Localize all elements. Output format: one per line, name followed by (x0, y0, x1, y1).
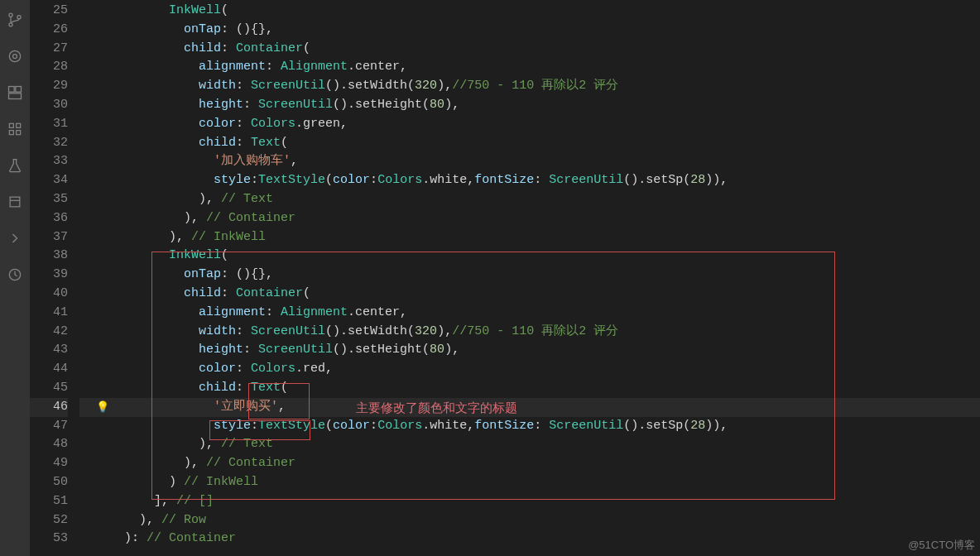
code-line[interactable]: width: ScreenUtil().setWidth(320),//750 … (79, 323, 980, 342)
svg-point-4 (13, 55, 17, 59)
code-line[interactable]: color: Colors.red, (79, 360, 980, 379)
code-line[interactable]: style:TextStyle(color:Colors.white,fontS… (79, 171, 980, 190)
svg-point-1 (9, 23, 12, 26)
line-number: 51 (30, 492, 68, 511)
line-number: 40 (30, 285, 68, 304)
code-line[interactable]: InkWell( (79, 2, 980, 21)
code-line[interactable]: ): // Container (79, 530, 980, 549)
line-number: 42 (30, 323, 68, 342)
code-line[interactable]: color: Colors.green, (79, 115, 980, 134)
code-line[interactable]: InkWell( (79, 247, 980, 266)
line-number: 48 (30, 435, 68, 454)
flask-icon[interactable] (5, 156, 25, 175)
annotation-label: 主要修改了颜色和文字的标题 (356, 400, 517, 416)
chevron-icon[interactable] (5, 228, 25, 248)
svg-rect-7 (9, 93, 22, 99)
code-line[interactable]: alignment: Alignment.center, (79, 58, 980, 77)
branch-icon[interactable] (5, 10, 25, 30)
code-line[interactable]: ), // InkWell (79, 228, 980, 247)
line-number: 25 (30, 2, 68, 21)
code-line[interactable]: child: Container( (79, 285, 980, 304)
code-line[interactable]: ), // Text (79, 435, 980, 454)
code-line[interactable]: width: ScreenUtil().setWidth(320),//750 … (79, 77, 980, 96)
code-line[interactable]: child: Container( (79, 40, 980, 59)
line-number: 34 (30, 171, 68, 190)
code-line[interactable]: ), // Text (79, 190, 980, 209)
line-number: 31 (30, 115, 68, 134)
code-line[interactable]: onTap: (){}, (79, 21, 980, 40)
line-number: 53 (30, 530, 68, 549)
line-number: 52 (30, 511, 68, 530)
package-icon[interactable] (5, 192, 25, 212)
line-number: 33 (30, 152, 68, 171)
line-number: 43 (30, 341, 68, 360)
line-number: 50 (30, 473, 68, 492)
svg-rect-8 (9, 123, 13, 127)
line-number: 36 (30, 209, 68, 228)
code-line[interactable]: onTap: (){}, (79, 266, 980, 285)
svg-rect-9 (17, 123, 21, 127)
code-line[interactable]: height: ScreenUtil().setHeight(80), (79, 96, 980, 115)
code-line[interactable]: height: ScreenUtil().setHeight(80), (79, 341, 980, 360)
svg-rect-12 (10, 197, 20, 207)
svg-rect-11 (17, 131, 21, 135)
line-number: 38 (30, 247, 68, 266)
line-number: 44 (30, 360, 68, 379)
code-line[interactable]: child: Text( (79, 379, 980, 398)
code-line[interactable]: ), // Container (79, 454, 980, 473)
squares-icon[interactable] (5, 119, 25, 139)
line-number: 30 (30, 96, 68, 115)
code-line[interactable]: '加入购物车', (79, 152, 980, 171)
line-number: 47 (30, 417, 68, 436)
line-number: 46 (30, 398, 68, 417)
line-number: 49 (30, 454, 68, 473)
circle-icon[interactable] (5, 265, 25, 285)
line-number: 29 (30, 77, 68, 96)
svg-rect-5 (9, 87, 15, 93)
line-number: 26 (30, 21, 68, 40)
line-number: 45 (30, 379, 68, 398)
svg-point-3 (9, 50, 20, 61)
target-icon[interactable] (5, 46, 25, 66)
code-line[interactable]: ], // [] (79, 492, 980, 511)
code-line[interactable]: '立即购买', (79, 398, 980, 417)
line-number: 28 (30, 58, 68, 77)
code-line[interactable]: style:TextStyle(color:Colors.white,fontS… (79, 417, 980, 436)
line-number: 39 (30, 266, 68, 285)
code-editor[interactable]: InkWell( onTap: (){}, child: Container( … (79, 0, 980, 556)
svg-point-0 (9, 13, 12, 17)
lightbulb-icon[interactable]: 💡 (96, 400, 109, 414)
line-number: 37 (30, 228, 68, 247)
activity-bar (0, 0, 30, 556)
line-number: 41 (30, 304, 68, 323)
code-line[interactable]: alignment: Alignment.center, (79, 304, 980, 323)
line-number: 32 (30, 134, 68, 153)
line-number-gutter: 2526272829303132333435363738394041424344… (30, 0, 79, 556)
svg-rect-6 (16, 87, 22, 93)
layout-icon[interactable] (5, 83, 25, 103)
code-line[interactable]: ), // Container (79, 209, 980, 228)
code-line[interactable]: child: Text( (79, 134, 980, 153)
code-line[interactable]: ), // Row (79, 511, 980, 530)
line-number: 27 (30, 40, 68, 59)
code-line[interactable]: ) // InkWell (79, 473, 980, 492)
svg-point-2 (17, 16, 21, 19)
watermark: @51CTO博客 (908, 538, 975, 553)
line-number: 35 (30, 190, 68, 209)
svg-rect-10 (9, 131, 13, 135)
